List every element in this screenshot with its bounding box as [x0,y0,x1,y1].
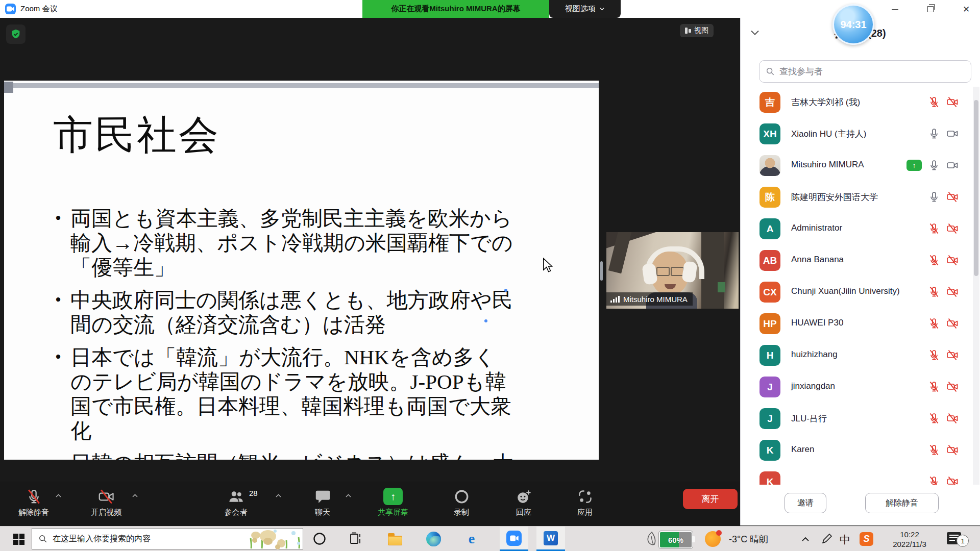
date: 2022/11/3 [884,539,935,549]
search-icon [38,534,47,543]
meeting-timer-bubble[interactable]: 94:31 [832,4,874,45]
participant-row[interactable]: Mitsuhiro MIMURA↑ [740,150,973,182]
unmute-button[interactable]: 解除静音 [865,493,939,513]
weather-text[interactable]: -3°C 晴朗 [729,533,768,545]
toolbar-button-reactions[interactable]: 回应 [493,485,554,517]
leave-meeting-button[interactable]: 离开 [683,489,738,509]
toolbar-label: 聊天 [292,508,353,517]
cortana-icon[interactable] [312,531,327,546]
speaker-video-thumbnail[interactable]: Mitsuhiro MIMURA [606,232,739,309]
sogou-input-icon[interactable]: S [860,532,873,546]
view-layout-button[interactable]: 视图 [680,24,714,37]
toolbar-button-chat[interactable]: 聊天 [292,485,353,517]
headphone-earcup [681,261,697,283]
participant-name: Karen [791,444,814,455]
close-button[interactable]: ✕ [959,4,974,14]
share-screen-icon: ↑ [383,488,403,505]
participant-row[interactable]: CXChunji Xuan(Jilin University) [740,277,973,308]
participant-status-icons: ↑ [906,159,959,171]
notification-badge: 1 [957,535,969,547]
shared-screen-stage: 视图 市民社会 両国とも資本主義、多党制民主主義を欧米から 輸入→冷戦期、ポスト… [0,18,740,482]
weather-sun-icon[interactable] [705,531,721,547]
toolbar-button-apps[interactable]: 应用 [554,485,616,517]
battery-saver-leaf-icon [644,531,659,546]
edge-browser-icon[interactable] [426,531,441,546]
camera-off-icon [946,475,959,485]
toolbar-label: 解除静音 [3,508,64,517]
participant-name: 陈建明西安外国语大学 [791,191,878,203]
view-options-button[interactable]: 视图选项 [549,0,621,18]
mic-muted-icon [928,475,940,485]
task-view-icon[interactable] [348,531,363,546]
annotation-dot [484,319,487,322]
camera-off-icon [946,381,959,393]
toolbar-button-camera-muted[interactable]: 开启视频 [76,485,137,517]
participant-avatar: 吉 [760,92,780,113]
participant-row[interactable]: HPHUAWEI P30 [740,308,973,340]
participant-name: Administrator [791,223,842,233]
participant-row[interactable]: 陈陈建明西安外国语大学 [740,182,973,213]
participant-name: 吉林大学刘祁 (我) [791,96,860,108]
restore-button[interactable] [923,4,938,14]
toolbar-button-mic-muted[interactable]: 解除静音 [3,485,64,517]
chevron-up-icon[interactable] [345,491,352,500]
thumbnail-collapse-handle[interactable] [600,261,603,281]
mic-muted-icon [928,444,940,456]
participant-name: Mitsuhiro MIMURA [791,160,864,170]
legacy-edge-icon[interactable]: e [464,531,479,546]
toolbar-button-participants[interactable]: 参会者28 [205,485,266,517]
chevron-up-icon[interactable] [132,491,138,500]
participant-status-icons [928,191,959,203]
windows-taskbar: 在这里输入你要搜索的内容 e W 60% -3°C 晴朗 [0,526,980,551]
pen-input-icon[interactable] [819,531,835,546]
participant-row[interactable]: ABAnna Banana [740,245,973,277]
participant-row[interactable]: Jjinxiangdan [740,371,973,403]
toolbar-button-share-screen[interactable]: ↑共享屏幕 [362,485,424,517]
start-button[interactable] [13,534,24,545]
participant-status-icons [928,222,959,235]
participant-row[interactable]: Hhuizhizhang [740,340,973,371]
zoom-taskbar-icon[interactable] [500,527,528,551]
participant-row[interactable]: AAdministrator [740,213,973,245]
apps-icon [577,488,594,505]
participant-row[interactable]: 吉吉林大学刘祁 (我) [740,87,973,118]
screen-sharing-icon: ↑ [906,160,922,171]
participant-avatar: 陈 [760,187,780,208]
file-explorer-icon[interactable] [387,531,403,546]
participant-name: Xiaolin HU (主持人) [791,128,866,140]
minimize-button[interactable] [887,4,902,14]
toolbar-button-record[interactable]: 录制 [431,485,492,517]
ime-indicator[interactable]: 中 [840,533,850,547]
participant-name: huizhizhang [791,349,838,360]
chevron-up-icon[interactable] [275,491,282,500]
participant-avatar: XH [760,123,780,144]
security-shield-icon[interactable] [6,24,26,44]
participant-row[interactable]: KKaren [740,435,973,466]
taskbar-search-placeholder: 在这里输入你要搜索的内容 [53,534,151,544]
scrollbar-thumb[interactable] [974,100,978,276]
word-taskbar-icon[interactable]: W [536,527,565,551]
tray-expand-chevron-icon[interactable] [798,531,813,546]
taskbar-search-input[interactable]: 在这里输入你要搜索的内容 [32,528,303,549]
layout-icon [685,28,691,34]
participant-name: jinxiangdan [791,381,835,391]
mic-muted-icon [928,222,940,235]
chevron-up-icon[interactable] [55,491,62,500]
participant-row[interactable]: JJLU-吕行 [740,403,973,435]
mic-muted-icon [928,254,940,266]
speaker-name-label: Mitsuhiro MIMURA [606,292,693,306]
participant-row[interactable]: XHXiaolin HU (主持人) [740,118,973,150]
zoom-meeting-window: Zoom 会议 你正在观看Mitsuhiro MIMURA的屏幕 视图选项 ✕ … [0,0,980,551]
mic-muted-icon [928,349,940,361]
taskbar-clock[interactable]: 10:22 2022/11/3 [884,530,935,549]
glasses [656,267,670,276]
battery-indicator[interactable]: 60% [659,531,693,548]
participant-avatar: HP [760,313,780,334]
camera-off-icon [946,412,959,424]
participant-search-input[interactable]: 查找参与者 [759,60,971,83]
participant-row[interactable]: K [740,466,973,485]
toolbar-label: 应用 [554,508,616,517]
invite-button[interactable]: 邀请 [785,493,826,513]
camera-off-icon [946,222,959,235]
participant-status-icons [928,254,959,266]
